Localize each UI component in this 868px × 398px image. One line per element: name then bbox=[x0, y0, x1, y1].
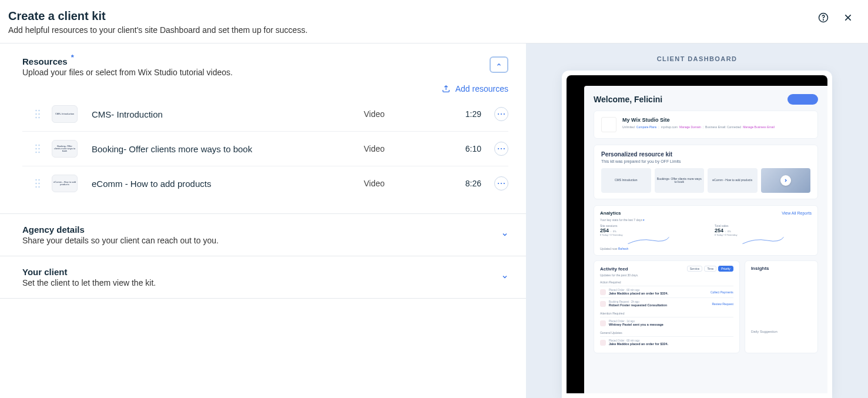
resources-list: CMS- Introduction CMS- Introduction Vide… bbox=[22, 97, 508, 200]
svg-point-22 bbox=[35, 183, 36, 184]
modal-header: Create a client kit Add helpful resource… bbox=[0, 0, 868, 44]
analytics-range: Your key stats for the last 7 days ▾ bbox=[600, 218, 812, 222]
svg-point-3 bbox=[38, 110, 39, 111]
more-icon bbox=[497, 182, 505, 185]
preview-action-pill bbox=[787, 94, 818, 105]
kit-thumb: eComm - How to add products bbox=[708, 168, 758, 193]
site-name: My Wix Studio Site bbox=[622, 117, 810, 123]
site-meta: Unlimited Compare Plans | myshop.com Man… bbox=[622, 125, 810, 129]
chevron-right-icon bbox=[780, 175, 791, 186]
svg-point-11 bbox=[35, 145, 36, 146]
welcome-text: Welcome, Felicini bbox=[594, 95, 662, 104]
stat-site-sessions: Site sessions 254 ↑ 0% 0 Today • 0 Yeste… bbox=[600, 224, 697, 245]
kit-thumb-more bbox=[761, 168, 811, 193]
client-title: Your client bbox=[22, 267, 67, 277]
agency-expand-button[interactable] bbox=[501, 230, 508, 240]
help-button[interactable] bbox=[815, 9, 832, 26]
resources-collapse-button[interactable] bbox=[490, 56, 508, 73]
resource-duration: 6:10 bbox=[434, 144, 481, 153]
required-indicator: * bbox=[71, 53, 74, 62]
svg-point-20 bbox=[35, 179, 36, 180]
more-icon bbox=[497, 148, 505, 150]
section-agency[interactable]: Agency details Share your details so you… bbox=[0, 214, 526, 256]
svg-point-9 bbox=[501, 113, 502, 115]
section-resources: Resources* Upload your files or select f… bbox=[0, 44, 526, 214]
resource-row: eComm - How to add products eComm - How … bbox=[22, 166, 508, 200]
kit-thumb: Bookings- Offer clients more ways to boo… bbox=[655, 168, 705, 193]
site-avatar bbox=[601, 117, 616, 132]
section-client[interactable]: Your client Set the client to let them v… bbox=[0, 256, 526, 299]
svg-point-4 bbox=[35, 113, 36, 115]
resource-type: Video bbox=[364, 109, 434, 119]
svg-point-13 bbox=[35, 148, 36, 149]
client-desc: Set the client to let them view the kit. bbox=[22, 278, 156, 287]
kit-thumb: CMS Introduction bbox=[601, 168, 651, 193]
form-panel: Resources* Upload your files or select f… bbox=[0, 44, 526, 398]
more-icon bbox=[497, 113, 505, 115]
resource-row: Booking- Offer clients more ways to book… bbox=[22, 131, 508, 166]
resource-type: Video bbox=[364, 144, 434, 153]
page-subtitle: Add helpful resources to your client's s… bbox=[8, 25, 307, 35]
resource-more-button[interactable] bbox=[494, 176, 508, 190]
svg-point-5 bbox=[38, 113, 39, 115]
device-frame: Welcome, Felicini My Wix Studio Site Unl… bbox=[562, 71, 832, 398]
insights-suggestion: Daily Suggestion bbox=[751, 330, 812, 333]
resource-thumbnail: eComm - How to add products bbox=[52, 175, 78, 192]
kit-card: Personalized resource kit This kit was p… bbox=[594, 145, 818, 199]
resource-title: Booking- Offer clients more ways to book bbox=[92, 144, 364, 154]
upload-icon bbox=[441, 84, 451, 93]
svg-point-15 bbox=[35, 152, 36, 153]
help-icon bbox=[818, 12, 829, 23]
chevron-down-icon bbox=[501, 273, 508, 280]
site-card: My Wix Studio Site Unlimited Compare Pla… bbox=[594, 111, 818, 139]
svg-point-12 bbox=[38, 145, 39, 146]
resource-more-button[interactable] bbox=[494, 107, 508, 121]
chevron-up-icon bbox=[496, 62, 502, 68]
resource-type: Video bbox=[364, 179, 434, 188]
svg-point-2 bbox=[35, 110, 36, 111]
svg-point-28 bbox=[504, 183, 505, 184]
drag-handle[interactable] bbox=[34, 109, 41, 119]
agency-desc: Share your details so your client can re… bbox=[22, 236, 219, 245]
svg-point-16 bbox=[38, 152, 39, 153]
svg-point-10 bbox=[504, 113, 505, 115]
resource-more-button[interactable] bbox=[494, 142, 508, 156]
insights-title: Insights bbox=[751, 266, 812, 271]
resource-duration: 8:26 bbox=[434, 179, 481, 188]
stat-total-sales: Total sales 254 ↑ 0% 0 Today • 0 Yesterd… bbox=[715, 224, 812, 245]
drag-handle[interactable] bbox=[34, 178, 41, 189]
svg-point-24 bbox=[35, 186, 36, 188]
drag-handle[interactable] bbox=[34, 143, 41, 154]
activity-item: Placed Order · 1d ago Whitney Pastel sen… bbox=[600, 317, 733, 329]
svg-point-26 bbox=[498, 183, 499, 184]
preview-label: CLIENT DASHBOARD bbox=[657, 55, 738, 62]
svg-point-14 bbox=[38, 148, 39, 149]
svg-point-18 bbox=[501, 148, 502, 149]
resource-duration: 1:29 bbox=[434, 109, 481, 119]
kit-subtitle: This kit was prepared for you by OFF Lim… bbox=[601, 159, 810, 163]
activity-item: Placed Order · 60 min ago Jake Maddox pl… bbox=[600, 286, 733, 297]
svg-point-6 bbox=[35, 117, 36, 118]
svg-point-17 bbox=[498, 148, 499, 149]
resource-thumbnail: Booking- Offer clients more ways to book bbox=[52, 140, 78, 158]
view-all-reports: View All Reports bbox=[782, 211, 812, 215]
add-resources-button[interactable]: Add resources bbox=[441, 84, 508, 93]
svg-point-27 bbox=[501, 183, 502, 184]
analytics-title: Analytics bbox=[600, 210, 621, 216]
client-expand-button[interactable] bbox=[501, 273, 508, 282]
activity-title: Activity feed bbox=[600, 266, 628, 272]
svg-point-7 bbox=[38, 117, 39, 118]
svg-point-23 bbox=[38, 183, 39, 184]
close-button[interactable] bbox=[840, 9, 856, 26]
page-title: Create a client kit bbox=[8, 9, 307, 23]
chevron-down-icon bbox=[501, 231, 508, 238]
activity-filters: Service Time Priority bbox=[687, 266, 733, 272]
dashboard-preview: Welcome, Felicini My Wix Studio Site Unl… bbox=[584, 86, 827, 393]
resource-row: CMS- Introduction CMS- Introduction Vide… bbox=[22, 97, 508, 131]
resources-desc: Upload your files or select from Wix Stu… bbox=[22, 68, 233, 77]
svg-point-8 bbox=[498, 113, 499, 115]
preview-panel: CLIENT DASHBOARD Welcome, Felicini My Wi… bbox=[526, 44, 868, 398]
resource-thumbnail: CMS- Introduction bbox=[52, 105, 78, 123]
resources-title: Resources* bbox=[22, 56, 68, 66]
analytics-card: Analytics View All Reports Your key stat… bbox=[594, 205, 818, 256]
